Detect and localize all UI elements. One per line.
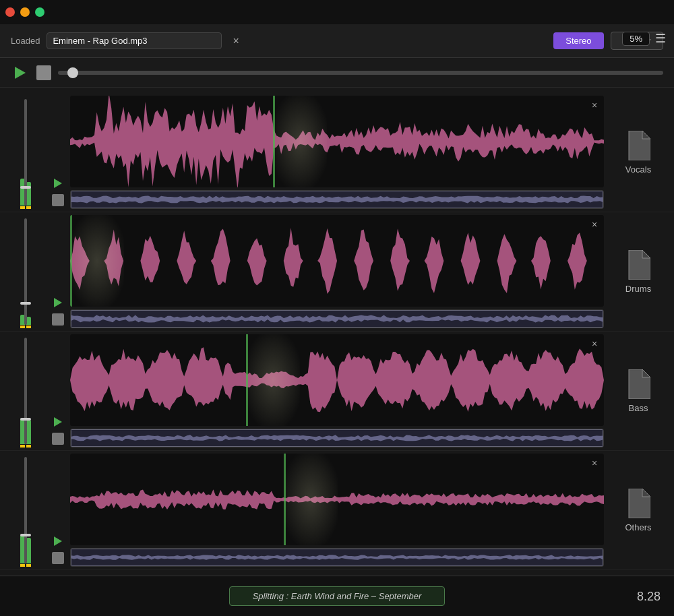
- track-label-0: Vocals: [608, 96, 669, 209]
- waveform-main-3[interactable]: ×: [70, 454, 604, 545]
- play-button-main[interactable]: [11, 63, 30, 82]
- waveform-mini-svg-3: [71, 549, 603, 566]
- minimize-button[interactable]: [20, 7, 30, 17]
- track-stop-button-1[interactable]: [52, 313, 64, 326]
- seek-bar[interactable]: [58, 71, 663, 75]
- track-label-3: Others: [608, 454, 669, 567]
- waveform-mini-0[interactable]: [70, 190, 604, 209]
- vol-seg-yellow-2: [26, 326, 31, 328]
- track-play-icon-2: [54, 417, 62, 427]
- waveform-area-0: ×: [70, 96, 604, 209]
- status-text: Splitting : Earth Wind and Fire – Septem…: [229, 586, 445, 606]
- track-row-others: × Others: [0, 451, 674, 570]
- vol-slider-track: [24, 218, 27, 325]
- title-bar: [0, 0, 674, 24]
- waveform-svg-0: [70, 96, 604, 187]
- vol-slider-handle[interactable]: [20, 302, 31, 305]
- menu-button[interactable]: ☰: [652, 30, 669, 47]
- vol-seg-yellow-2: [26, 564, 31, 567]
- file-icon-svg-3: [626, 489, 650, 518]
- track-play-button-1[interactable]: [50, 295, 66, 311]
- track-play-icon-1: [54, 298, 62, 307]
- track-stop-button-3[interactable]: [52, 552, 64, 564]
- vol-seg-green-2: [26, 420, 31, 444]
- track-name-1: Drums: [625, 284, 651, 294]
- track-row-bass: × Bass: [0, 332, 674, 451]
- vol-seg-yellow-1: [20, 206, 25, 209]
- waveform-mini-3[interactable]: [70, 548, 604, 567]
- track-row-drums: × Drums: [0, 212, 674, 332]
- playback-bar: [0, 58, 674, 88]
- track-label-2: Bass: [608, 334, 669, 448]
- close-track-button-0[interactable]: ×: [588, 98, 601, 112]
- vol-seg-yellow-1: [20, 326, 25, 328]
- vol-indicator-3: [5, 454, 46, 567]
- top-bar: Loaded × Stereo History: [0, 24, 674, 58]
- waveform-main-2[interactable]: ×: [70, 334, 604, 426]
- track-name-2: Bass: [629, 403, 648, 413]
- waveform-mini-1[interactable]: [70, 309, 604, 328]
- waveform-svg-2: [70, 334, 604, 426]
- track-controls-0: [50, 96, 66, 209]
- vol-slider-track: [24, 457, 27, 563]
- track-row-vocals: × Vocals: [0, 93, 674, 212]
- vol-slider-handle[interactable]: [20, 534, 31, 536]
- percent-badge: 5%: [622, 32, 650, 46]
- file-icon-svg-0: [626, 131, 650, 160]
- vol-seg-yellow-2: [26, 445, 31, 448]
- track-play-button-2[interactable]: [50, 414, 66, 430]
- close-track-button-1[interactable]: ×: [588, 218, 601, 231]
- corner-controls: 5% ☰: [622, 30, 669, 47]
- waveform-area-3: ×: [70, 454, 604, 567]
- vol-seg-yellow-2: [26, 206, 31, 209]
- track-stop-button-2[interactable]: [52, 433, 64, 445]
- vol-seg-yellow-1: [20, 564, 25, 567]
- close-track-button-2[interactable]: ×: [588, 337, 601, 350]
- track-stop-button-0[interactable]: [52, 194, 64, 206]
- main-content: × Vocals ×: [0, 88, 674, 576]
- waveform-mini-2[interactable]: [70, 429, 604, 448]
- file-icon-2: [626, 369, 650, 399]
- waveform-area-1: ×: [70, 215, 604, 328]
- file-name-input[interactable]: [47, 32, 222, 49]
- waveform-main-1[interactable]: ×: [70, 215, 604, 307]
- track-controls-2: [50, 334, 66, 448]
- vol-slider-track: [24, 99, 27, 206]
- track-play-icon-3: [54, 536, 62, 546]
- track-controls-1: [50, 215, 66, 328]
- waveform-main-0[interactable]: ×: [70, 96, 604, 187]
- waveform-mini-svg-2: [71, 429, 603, 447]
- close-button[interactable]: [5, 7, 15, 17]
- file-icon-1: [626, 250, 650, 280]
- waveform-svg-3: [70, 454, 604, 545]
- close-file-button[interactable]: ×: [228, 34, 243, 48]
- maximize-button[interactable]: [35, 7, 44, 17]
- vol-slider-handle[interactable]: [20, 418, 31, 421]
- waveform-area-2: ×: [70, 334, 604, 448]
- track-play-icon-0: [54, 179, 62, 188]
- vol-seg-green-2: [26, 317, 31, 325]
- track-controls-3: [50, 454, 66, 567]
- close-track-button-3[interactable]: ×: [588, 456, 601, 470]
- file-icon-3: [626, 489, 650, 518]
- track-name-0: Vocals: [625, 164, 651, 175]
- status-time: 8.28: [637, 590, 661, 604]
- file-icon-svg-1: [626, 250, 650, 280]
- vol-slider-handle[interactable]: [20, 186, 31, 189]
- stop-button-main[interactable]: [36, 65, 51, 80]
- waveform-mini-svg-0: [71, 191, 603, 208]
- track-name-3: Others: [625, 522, 651, 532]
- play-icon: [15, 67, 26, 79]
- file-icon-svg-2: [626, 369, 650, 399]
- vol-seg-green-2: [26, 538, 31, 563]
- vol-indicator-2: [5, 334, 46, 448]
- stereo-button[interactable]: Stereo: [553, 32, 603, 49]
- vol-indicator-0: [5, 96, 46, 209]
- track-label-1: Drums: [608, 215, 669, 328]
- file-icon-0: [626, 131, 650, 160]
- track-play-button-3[interactable]: [50, 533, 66, 549]
- vol-slider-track: [24, 338, 27, 444]
- waveform-mini-svg-1: [71, 310, 603, 328]
- seek-handle[interactable]: [67, 67, 78, 78]
- track-play-button-0[interactable]: [50, 175, 66, 191]
